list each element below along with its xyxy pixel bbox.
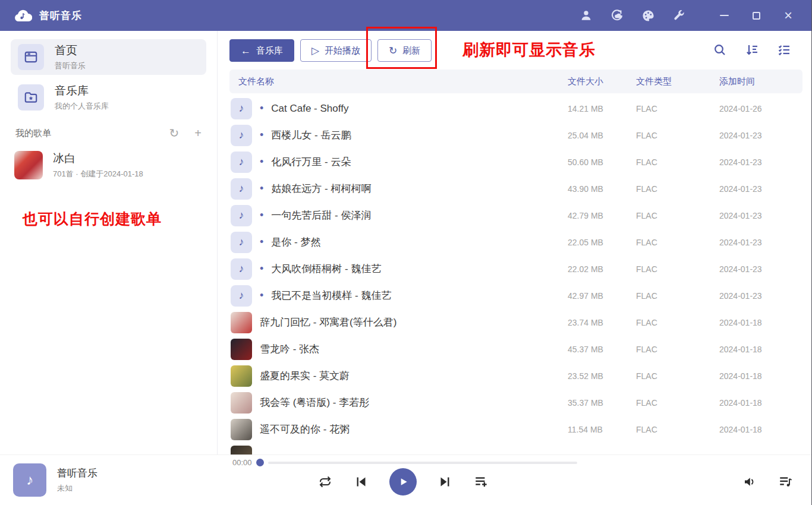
sidebar-library-title: 音乐库 [55,83,109,99]
seek-handle[interactable] [256,459,264,466]
sidebar-item-home[interactable]: 首页 普听音乐 [11,39,206,75]
now-playing-artist: 未知 [57,483,97,494]
playing-bullet-icon: • [260,263,263,275]
song-date: 2024-01-23 [707,184,802,194]
sort-icon[interactable] [745,43,759,57]
song-row[interactable]: ♪ • 我已不是当初模样 - 魏佳艺 42.97 MB FLAC 2024-01… [229,282,802,309]
album-art [231,419,252,440]
back-arrow-icon: ← [241,46,251,56]
column-header-filetype[interactable]: 文件类型 [636,76,707,87]
minimize-button[interactable] [716,8,732,23]
cloud-music-logo-icon [14,9,32,22]
sidebar-item-library[interactable]: 音乐库 我的个人音乐库 [11,80,206,115]
song-row[interactable]: 盛夏的果实 - 莫文蔚 23.52 MB FLAC 2024-01-18 [229,362,802,389]
column-header-filesize[interactable]: 文件大小 [568,76,636,87]
song-name: 辞九门回忆 - 邓寓君(等什么君) [260,315,396,329]
song-name: 化风行万里 - 云朵 [271,155,351,169]
back-to-library-button[interactable]: ← 音乐库 [229,39,294,62]
cloud-sync-icon[interactable] [609,8,625,23]
song-type: FLAC [636,264,707,274]
album-art [231,365,252,387]
add-playlist-icon[interactable]: + [194,127,202,139]
song-type: FLAC [636,291,707,301]
refresh-button[interactable]: ↻ 刷新 [377,39,432,62]
now-playing: ♪ 普听音乐 未知 [13,463,97,497]
song-row[interactable]: ♪ • 姑娘在远方 - 柯柯柯啊 43.90 MB FLAC 2024-01-2… [229,175,802,202]
song-date: 2024-01-18 [707,425,802,434]
song-date: 2024-01-23 [707,238,802,247]
song-size: 45.37 MB [568,345,636,354]
song-type: FLAC [636,211,707,220]
music-note-icon: ♪ [231,98,252,119]
song-name: 雪龙吟 - 张杰 [260,342,319,356]
song-name: 盛夏的果实 - 莫文蔚 [260,369,350,383]
song-date: 2024-01-18 [707,398,802,408]
next-track-icon[interactable] [438,475,452,489]
song-row[interactable]: ♪ • 一句先苦后甜 - 侯泽润 42.79 MB FLAC 2024-01-2… [229,202,802,229]
checklist-icon[interactable] [777,43,791,57]
add-to-playlist-icon[interactable] [474,474,489,490]
playing-bullet-icon: • [260,209,263,222]
playlist-subtitle: 701首 · 创建于2024-01-18 [53,169,143,179]
song-type: FLAC [636,104,707,113]
start-play-button[interactable]: ▷ 开始播放 [300,39,372,62]
song-type: FLAC [636,184,707,194]
search-icon[interactable] [713,43,727,57]
song-date: 2024-01-18 [707,345,802,354]
song-date: 2024-01-23 [707,211,802,220]
song-size: 42.79 MB [568,211,636,220]
song-size: 35.37 MB [568,398,636,408]
settings-wrench-icon[interactable] [671,8,687,23]
maximize-button[interactable] [748,8,764,23]
song-row[interactable]: ♪ • Cat Cafe - Shoffy 14.21 MB FLAC 2024… [229,95,802,122]
song-name: 一句先苦后甜 - 侯泽润 [271,209,371,222]
song-type: FLAC [636,371,707,381]
song-list: ♪ • Cat Cafe - Shoffy 14.21 MB FLAC 2024… [229,95,802,454]
home-page-icon [18,44,44,70]
song-row[interactable]: ♪ • 西楼儿女 - 岳云鹏 25.04 MB FLAC 2024-01-23 [229,122,802,149]
album-art [231,312,252,333]
song-row[interactable]: 雪龙吟 - 张杰 45.37 MB FLAC 2024-01-18 [229,336,802,362]
music-note-icon: ♪ [231,205,252,226]
player-right-tools [742,474,794,490]
music-note-icon: ♪ [231,152,252,173]
repeat-mode-icon[interactable] [318,475,332,489]
music-note-icon: ♪ [231,125,252,146]
close-button[interactable]: × [780,8,796,23]
song-size: 25.04 MB [568,131,636,140]
song-row[interactable] [229,443,802,454]
volume-icon[interactable] [742,474,757,490]
refresh-playlists-icon[interactable]: ↻ [169,127,180,139]
song-row[interactable]: 遥不可及的你 - 花粥 11.54 MB FLAC 2024-01-18 [229,416,802,443]
column-header-dateadded[interactable]: 添加时间 [707,76,802,87]
playing-bullet-icon: • [260,236,263,248]
song-type: FLAC [636,238,707,247]
song-row[interactable]: ♪ • 化风行万里 - 云朵 50.60 MB FLAC 2024-01-23 [229,149,802,175]
album-art [231,392,252,414]
playing-bullet-icon: • [260,156,263,168]
now-playing-art: ♪ [13,463,46,497]
play-queue-icon[interactable] [778,474,794,490]
song-row[interactable]: ♪ • 是你 - 梦然 22.05 MB FLAC 2024-01-23 [229,229,802,255]
seek-track[interactable] [268,462,577,464]
song-name: Cat Cafe - Shoffy [271,103,348,115]
song-row[interactable]: 辞九门回忆 - 邓寓君(等什么君) 23.74 MB FLAC 2024-01-… [229,309,802,336]
playlist-item[interactable]: 冰白 701首 · 创建于2024-01-18 [11,149,206,182]
song-row[interactable]: 我会等 (粤语版) - 李若彤 35.37 MB FLAC 2024-01-18 [229,389,802,416]
song-row[interactable]: ♪ • 大风吹倒梧桐树 - 魏佳艺 22.02 MB FLAC 2024-01-… [229,255,802,282]
song-date: 2024-01-23 [707,157,802,167]
song-date: 2024-01-23 [707,291,802,301]
app-window: 普听音乐 [0,0,812,505]
play-outline-icon: ▷ [311,46,319,56]
user-account-icon[interactable] [578,8,594,23]
play-button[interactable] [389,468,417,495]
app-title: 普听音乐 [39,9,82,23]
song-type: FLAC [636,157,707,167]
sidebar-home-title: 首页 [55,43,86,58]
album-art [231,339,252,360]
previous-track-icon[interactable] [354,475,368,489]
table-header: 文件名称 文件大小 文件类型 添加时间 [229,70,802,93]
theme-palette-icon[interactable] [640,8,656,23]
now-playing-title: 普听音乐 [57,466,97,480]
column-header-filename[interactable]: 文件名称 [229,76,568,87]
